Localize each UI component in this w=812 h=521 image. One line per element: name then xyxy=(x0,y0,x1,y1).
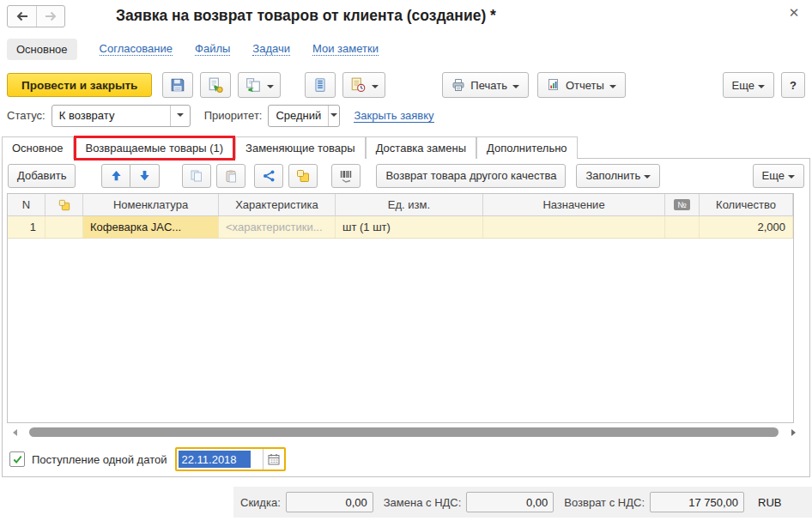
table-empty-area[interactable] xyxy=(8,239,793,422)
forward-button[interactable] xyxy=(36,6,64,27)
col-header-characteristic-flag[interactable] xyxy=(45,194,83,215)
copy-row-button[interactable] xyxy=(182,164,211,188)
nav-item-main[interactable]: Основное xyxy=(7,39,77,60)
single-date-checkbox[interactable] xyxy=(9,451,25,467)
status-select[interactable]: К возврату xyxy=(52,105,191,127)
date-field-padding xyxy=(251,449,263,470)
cell-quantity[interactable]: 2,000 xyxy=(700,216,793,238)
cell-unit[interactable]: шт (1 шт) xyxy=(336,216,483,238)
history-nav-group xyxy=(7,5,65,27)
single-date-label[interactable]: Поступление одной датой xyxy=(32,453,167,466)
printer-icon xyxy=(451,78,465,92)
table-more-button[interactable]: Еще xyxy=(753,164,804,188)
tab-replacement-goods[interactable]: Заменяющие товары xyxy=(235,136,366,159)
table-toolbar: Добавить xyxy=(8,163,804,188)
return-vat-field: 17 750,00 xyxy=(650,492,744,512)
nav-item-files[interactable]: Файлы xyxy=(195,42,230,56)
fill-button[interactable]: Заполнить xyxy=(576,164,660,188)
col-header-n[interactable]: N xyxy=(8,194,45,215)
post-document-icon xyxy=(208,77,223,93)
print-button[interactable]: Печать xyxy=(442,72,529,98)
paste-row-button[interactable] xyxy=(216,164,245,188)
save-button[interactable] xyxy=(162,72,193,98)
yellow-box-icon xyxy=(296,169,310,183)
cell-n[interactable]: 1 xyxy=(8,216,45,238)
document-clock-icon xyxy=(350,77,366,93)
return-vat-label: Возврат с НДС: xyxy=(564,496,645,509)
col-header-unit[interactable]: Ед. изм. xyxy=(336,194,483,215)
scrollbar-track[interactable] xyxy=(19,427,789,437)
priority-label: Приоритет: xyxy=(204,109,263,122)
copy-icon xyxy=(190,169,203,183)
replacement-vat-field: 0,00 xyxy=(466,492,554,512)
move-row-down-button[interactable] xyxy=(130,164,160,188)
replacement-vat-label: Замена с НДС: xyxy=(384,496,462,509)
priority-select[interactable]: Средний xyxy=(268,105,340,127)
return-other-quality-button[interactable]: Возврат товара другого качества xyxy=(376,164,566,188)
page-title: Заявка на возврат товаров от клиента (со… xyxy=(116,7,496,25)
cell-characteristic[interactable]: <характеристики... xyxy=(219,216,336,238)
document-structure-button[interactable] xyxy=(305,72,336,98)
help-button[interactable]: ? xyxy=(781,72,805,98)
nav-item-approval[interactable]: Согласование xyxy=(100,42,173,56)
dropdown-caret-icon xyxy=(177,109,184,122)
cell-characteristic-flag[interactable] xyxy=(45,216,83,238)
col-header-quantity[interactable]: Количество xyxy=(700,194,793,215)
close-request-link[interactable]: Закрыть заявку xyxy=(354,109,433,123)
table-header-row: N Номенклатура Характеристика Ед. изм. Н… xyxy=(8,194,793,216)
show-linked-button[interactable] xyxy=(254,164,283,188)
tab-additional[interactable]: Дополнительно xyxy=(476,136,578,159)
move-row-up-button[interactable] xyxy=(101,164,130,188)
col-header-purpose[interactable]: Назначение xyxy=(483,194,665,215)
dropdown-caret-icon xyxy=(330,109,337,122)
post-document-button[interactable] xyxy=(200,72,231,98)
dropdown-caret-icon xyxy=(368,79,379,92)
nav-item-my-notes[interactable]: Мои заметки xyxy=(312,42,379,56)
post-and-close-button[interactable]: Провести и закрыть xyxy=(7,73,152,97)
status-dropdown-button[interactable] xyxy=(170,106,190,126)
cell-nomenclature[interactable]: Кофеварка JAC... xyxy=(83,216,219,238)
nav-item-tasks[interactable]: Задачи xyxy=(252,42,290,56)
col-header-number[interactable]: № xyxy=(665,194,700,215)
discount-label: Скидка: xyxy=(240,496,281,509)
col-header-nomenclature[interactable]: Номенклатура xyxy=(83,194,219,215)
share-branch-icon xyxy=(262,169,276,183)
barcode-icon xyxy=(339,169,353,183)
date-field[interactable]: 22.11.2018 xyxy=(175,447,286,471)
dropdown-caret-icon xyxy=(754,79,765,92)
cell-purpose[interactable] xyxy=(483,216,665,238)
returned-goods-panel: Добавить xyxy=(2,158,810,477)
nav-links-row: Основное Согласование Файлы Задачи Мои з… xyxy=(7,38,379,60)
barcode-scanner-button[interactable] xyxy=(331,164,361,188)
scrollbar-thumb[interactable] xyxy=(29,427,779,437)
characteristics-button[interactable] xyxy=(288,164,318,188)
more-button[interactable]: Еще xyxy=(723,72,774,98)
calendar-icon[interactable] xyxy=(263,449,284,470)
back-button[interactable] xyxy=(8,6,36,27)
date-input[interactable]: 22.11.2018 xyxy=(179,451,251,468)
create-based-on-button[interactable] xyxy=(238,72,281,98)
create-based-on-icon xyxy=(245,77,261,93)
yellow-box-icon xyxy=(58,199,70,211)
number-badge-icon: № xyxy=(674,199,690,210)
tab-main[interactable]: Основное xyxy=(2,136,74,159)
scroll-left-icon[interactable] xyxy=(7,427,19,439)
add-row-button[interactable]: Добавить xyxy=(8,164,76,188)
currency-label: RUB xyxy=(758,496,781,509)
priority-dropdown-button[interactable] xyxy=(328,106,339,126)
paste-clipboard-icon xyxy=(224,169,238,183)
tab-bar: Основное Возвращаемые товары (1) Заменяю… xyxy=(2,136,578,159)
tab-replacement-delivery[interactable]: Доставка замены xyxy=(366,136,476,159)
dropdown-caret-icon xyxy=(264,79,274,92)
reports-button[interactable]: Отчеты xyxy=(537,72,626,98)
table-row[interactable]: 1 Кофеварка JAC... <характеристики... шт… xyxy=(8,216,793,239)
scroll-right-icon[interactable] xyxy=(789,427,801,439)
back-arrow-icon xyxy=(15,10,29,22)
reminder-button[interactable] xyxy=(342,72,385,98)
document-list-icon xyxy=(312,77,328,93)
totals-bar: Скидка: 0,00 Замена с НДС: 0,00 Возврат … xyxy=(233,487,812,518)
cell-number[interactable] xyxy=(665,216,700,238)
col-header-characteristic[interactable]: Характеристика xyxy=(219,194,336,215)
tab-returned-goods[interactable]: Возвращаемые товары (1) xyxy=(74,136,235,161)
close-icon[interactable] xyxy=(786,5,802,21)
